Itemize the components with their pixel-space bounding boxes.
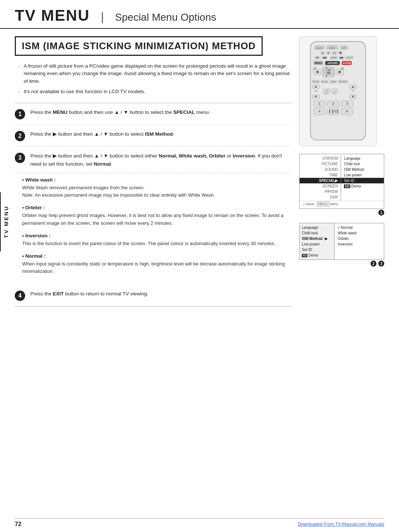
svg-text:▲: ▲	[314, 85, 317, 88]
svg-text:3: 3	[346, 101, 348, 105]
menu-item-childlock: Child lock	[302, 230, 332, 236]
svg-text:✕STUDIO: ✕STUDIO	[327, 62, 338, 64]
svg-text:MARK: MARK	[331, 57, 337, 59]
menu-caption-1: ◇ Move MENU Menu	[300, 201, 384, 207]
detail-inversion: Inversion : This is the function to inve…	[22, 233, 292, 247]
detail-orbiter-title: Orbiter :	[22, 205, 292, 210]
page-footer: 72 Downloaded From TV-Manual.com Manuals	[15, 518, 384, 528]
right-column: AUDIO VIDEO S79 ■ ▶ ❙❙ ⏺ ⏮ ◀◀	[299, 36, 384, 306]
menu-item-lowpower: Low power	[302, 241, 332, 247]
svg-text:□: □	[334, 90, 335, 92]
step-text-3: Press the ▶ button and then ▲ / ▼ button…	[30, 152, 292, 168]
menu-item-xddemo: XD Demo	[302, 253, 332, 258]
intro-bullet-1: A frozen of still picture from a PC/vide…	[18, 62, 292, 85]
svg-text:2: 2	[332, 101, 334, 105]
intro-bullets: A frozen of still picture from a PC/vide…	[15, 62, 292, 95]
detail-normal: Normal : When input signal is constantly…	[22, 253, 292, 275]
menu-row-station: STATION Language	[300, 156, 384, 161]
step-number-1: 1	[15, 109, 25, 119]
menu-row-special-active: SPECIAL▶ Set ID	[300, 178, 384, 183]
menu-sub-orbiter: Orbiter	[338, 236, 361, 241]
svg-text:❙❙: ❙❙	[332, 51, 336, 54]
menu-sub-col: √ Normal White wash Orbiter Inversion	[335, 223, 364, 260]
menu-item-ism: ISM Method ▶	[302, 236, 332, 241]
section-title: ISM (IMAGE STICKING MINIMIZATION) METHOD	[15, 36, 263, 56]
svg-text:▼: ▼	[325, 74, 328, 78]
svg-text:S79: S79	[342, 47, 346, 49]
menu-row-sound: SOUND ISM Method	[300, 167, 384, 172]
svg-text:⏮: ⏮	[316, 56, 318, 59]
menu-sub-inversion: Inversion	[338, 241, 361, 247]
step-2: 2 Press the ▶ button and then ▲ / ▼ butt…	[15, 125, 292, 147]
detail-normal-title: Normal :	[22, 253, 292, 259]
step-3: 3 Press the ▶ button and then ▲ / ▼ butt…	[15, 147, 292, 173]
menu-screenshot-1-wrapper: STATION Language PICTURE Child lock SOUN…	[299, 154, 384, 216]
svg-text:MUTE: MUTE	[324, 93, 329, 95]
svg-text:1: 1	[318, 101, 320, 105]
svg-text:❙❙5❙: ❙❙5❙	[328, 109, 339, 113]
svg-text:PR: PR	[352, 90, 355, 92]
svg-text:PIP PR+: PIP PR+	[321, 81, 328, 83]
page-number: 72	[15, 521, 21, 528]
svg-text:✕: ✕	[326, 90, 328, 92]
tv-menu-sidebar-label: TV MENU	[0, 192, 11, 251]
menu-sub-whitewash: White wash	[338, 230, 361, 236]
svg-text:PIP INPUT: PIP INPUT	[339, 81, 347, 83]
menu-screenshot-2: Language Child lock ISM Method ▶ Low pow…	[299, 223, 384, 260]
svg-text:TEXT: TEXT	[332, 93, 337, 95]
svg-text:SHIFT: SHIFT	[313, 68, 317, 70]
svg-text:6: 6	[346, 109, 348, 113]
detail-orbiter: Orbiter : Orbiter may help prevent ghost…	[22, 205, 292, 227]
menu-row-picture: PICTURE Child lock	[300, 161, 384, 167]
detail-normal-body: When input signal is constantly static o…	[22, 260, 292, 275]
menu-main-col: Language Child lock ISM Method ▶ Low pow…	[300, 223, 335, 260]
remote-illustration: AUDIO VIDEO S79 ■ ▶ ❙❙ ⏺ ⏮ ◀◀	[299, 36, 377, 146]
step-number-4: 4	[15, 291, 25, 301]
left-column: ISM (IMAGE STICKING MINIMIZATION) METHOD…	[15, 36, 292, 306]
step-text-2: Press the ▶ button and then ▲ / ▼ button…	[30, 130, 174, 138]
step-1: 1 Press the MENU button and then use ▲ /…	[15, 103, 292, 125]
main-content: ISM (IMAGE STICKING MINIMIZATION) METHOD…	[0, 29, 399, 314]
menu-sub-normal: √ Normal	[338, 225, 361, 230]
svg-text:VOL: VOL	[314, 90, 318, 92]
svg-text:SHIFT: SHIFT	[340, 68, 345, 70]
menu-screenshot-1: STATION Language PICTURE Child lock SOUN…	[299, 154, 384, 209]
detail-inversion-body: This is the function to invert the panel…	[22, 240, 292, 247]
detail-orbiter-body: Orbiter may help prevent ghost images. H…	[22, 212, 292, 227]
svg-text:AUDIO: AUDIO	[316, 47, 322, 49]
detail-white-wash-title: White wash :	[22, 177, 292, 183]
page-header: TV MENU | Special Menu Options	[0, 0, 399, 29]
svg-text:LIVE TV: LIVE TV	[346, 57, 353, 59]
menu-row-pipdw: PIP/DW	[300, 189, 384, 194]
header-tv-menu: TV MENU	[15, 7, 90, 24]
steps-container: 1 Press the MENU button and then use ▲ /…	[15, 103, 292, 306]
svg-text:▼: ▼	[314, 95, 317, 98]
menu-row-dvr: DVR	[300, 194, 384, 200]
footer-link[interactable]: Downloaded From TV-Manual.com Manuals	[298, 522, 384, 527]
header-divider: |	[101, 10, 104, 24]
menu-item-language: Language	[302, 225, 332, 230]
svg-text:EXIT⏻: EXIT⏻	[343, 61, 351, 64]
svg-text:◀◀: ◀◀	[323, 56, 327, 59]
svg-text:▲: ▲	[325, 66, 328, 69]
svg-text:■: ■	[322, 51, 323, 54]
step-4: 4 Press the EXIT button to return to nor…	[15, 285, 292, 306]
step-text-1: Press the MENU button and then use ▲ / ▼…	[30, 108, 210, 116]
step-number-2: 2	[15, 131, 25, 141]
detail-white-wash: White wash : White Wash removes permanen…	[22, 177, 292, 199]
step-text-4: Press the EXIT button to return to norma…	[30, 290, 148, 298]
svg-text:▲: ▲	[351, 85, 354, 88]
detail-white-wash-body: White Wash removes permanent images from…	[22, 184, 292, 199]
step-number-3: 3	[15, 153, 25, 163]
header-subtitle: Special Menu Options	[115, 11, 216, 23]
svg-text:SWAP: SWAP	[331, 81, 336, 83]
menu-row-time: TIME Low power	[300, 172, 384, 178]
svg-text:MENU: MENU	[315, 62, 322, 64]
badge-23: 2 3	[299, 261, 384, 267]
svg-text:VIDEO: VIDEO	[329, 47, 335, 49]
menu-screenshot-2-wrapper: Language Child lock ISM Method ▶ Low pow…	[299, 223, 384, 267]
svg-text:PIP PR-: PIP PR-	[313, 81, 320, 83]
menu-item-setid: Set ID	[302, 247, 332, 253]
svg-text:⏺: ⏺	[339, 51, 342, 54]
detail-inversion-title: Inversion :	[22, 233, 292, 238]
